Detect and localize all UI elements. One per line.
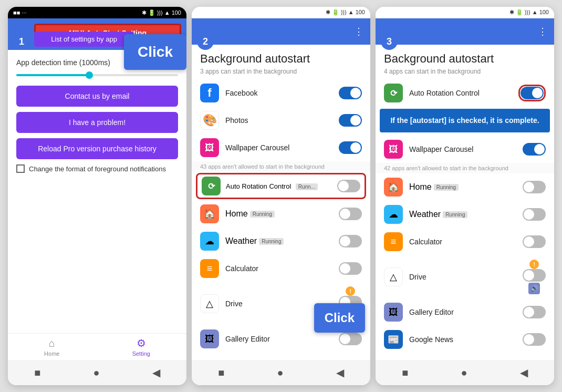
toggle-drive-3[interactable]	[523, 269, 546, 282]
toggle-calc-3[interactable]	[523, 235, 546, 248]
home-button-2[interactable]: ●	[268, 364, 292, 381]
info-icon-drive-3: !	[529, 260, 539, 269]
weather-badge-3: Running	[443, 211, 467, 218]
toggle-gallery-3[interactable]	[523, 306, 546, 318]
back-button-3[interactable]: ■	[393, 364, 417, 381]
wallpaper-icon-2: 🖼	[200, 138, 219, 157]
list-item: 📰 Google News	[376, 326, 554, 353]
bottom-bar-2: ■ ● ◀	[192, 360, 370, 385]
status-right: ✱ 🔋 ))) ▲ 100	[142, 9, 181, 16]
phone1-body: App detection time (1000ms) Contact us b…	[8, 50, 186, 333]
nav-home[interactable]: ⌂ Home	[44, 337, 59, 357]
toggle-home-2[interactable]	[339, 208, 362, 220]
toggle-calc-2[interactable]	[339, 262, 362, 275]
app-name-photos: Photos	[225, 116, 332, 125]
nav-setting-label: Setting	[132, 350, 150, 357]
toggle-weather-3[interactable]	[523, 208, 546, 221]
click-label-1: Click	[124, 34, 186, 70]
toggle-wallpaper-2[interactable]	[339, 141, 362, 154]
slider-track[interactable]	[16, 74, 178, 76]
list-item: 🏠 Home Running	[192, 200, 370, 228]
news-name-3: Google News	[409, 335, 516, 344]
bottom-bar-3: ■ ● ◀	[376, 360, 554, 385]
three-dot-menu-3[interactable]: ⋮	[538, 26, 548, 37]
home-badge-3: Running	[434, 184, 459, 191]
gallery-icon-2: 🖼	[200, 329, 219, 348]
phone-2: ✱ 🔋 ))) ▲ 100 2 ⋮ Background autostart 3…	[192, 7, 370, 385]
weather-icon-3: ☁	[384, 205, 403, 224]
home-icon-2: 🏠	[200, 204, 219, 223]
drive-icon-3: △	[384, 267, 403, 286]
calc-name-2: Calculator	[225, 264, 332, 273]
recent-button-1[interactable]: ◀	[144, 364, 169, 381]
list-item: 🖼 Wallpaper Carousel	[192, 134, 370, 161]
wallpaper-icon-3: 🖼	[384, 140, 403, 159]
bg-autostart-title-3: Background autostart	[376, 45, 554, 68]
list-item: ☁ Weather Running	[192, 228, 370, 255]
toggle-news-3[interactable]	[523, 333, 546, 346]
list-item: 🖼 Gallery Editor	[376, 298, 554, 326]
nav-bar-1: ⌂ Home ⚙ Setting	[8, 333, 186, 360]
apps-count-3: 4 apps can start in the background	[376, 68, 554, 79]
calc-icon-3: ≡	[384, 232, 403, 251]
info-icon-drive-2: !	[346, 286, 355, 296]
toggle-photos[interactable]	[339, 114, 362, 127]
arc-row-3: ⟳ Auto Rotation Control	[376, 79, 554, 107]
toggle-arc-3[interactable]	[521, 87, 544, 99]
phone3-content: Background autostart 4 apps can start in…	[376, 45, 554, 360]
photos-icon: 🎨	[200, 111, 219, 130]
recent-button-2[interactable]: ◀	[328, 364, 352, 381]
nav-setting[interactable]: ⚙ Setting	[132, 337, 150, 357]
home-button-3[interactable]: ●	[452, 364, 475, 381]
toggle-arc-2[interactable]	[337, 180, 360, 192]
list-settings-button[interactable]: List of settings by app	[34, 32, 134, 47]
list-item: ≡ Calculator	[192, 255, 370, 282]
app-name-facebook: Facebook	[225, 89, 332, 97]
weather-name-row-3: Weather Running	[409, 210, 516, 219]
list-item: f Facebook	[192, 79, 370, 107]
home-button-1[interactable]: ●	[85, 364, 108, 381]
phone-3: ✱ 🔋 ))) ▲ 100 3 ⋮ Background autostart 4…	[376, 7, 554, 385]
back-button-1[interactable]: ■	[26, 364, 49, 381]
checkbox-row[interactable]: Change the format of foreground notifica…	[16, 164, 178, 173]
recent-button-3[interactable]: ◀	[512, 364, 536, 381]
toggle-home-3[interactable]	[523, 181, 546, 193]
bg-autostart-title-2: Background autostart	[192, 45, 370, 68]
calc-name-3: Calculator	[409, 238, 516, 246]
list-item: △ Drive ! 🔊	[376, 255, 554, 298]
drive-icon-2: △	[200, 294, 219, 313]
phone3-header: 3 ⋮	[376, 18, 554, 45]
problem-button[interactable]: I have a problem!	[16, 112, 178, 133]
checkbox[interactable]	[16, 164, 25, 173]
drive-name-3: Drive	[409, 273, 516, 281]
step-badge-2: 2	[197, 33, 214, 50]
home-icon-3: 🏠	[384, 178, 403, 197]
reload-pro-button[interactable]: Reload Pro version purchase history	[16, 138, 178, 159]
slider-thumb[interactable]	[86, 71, 93, 79]
contact-email-button[interactable]: Contact us by email	[16, 86, 178, 107]
status-right-2: ✱ 🔋 ))) ▲ 100	[326, 9, 365, 16]
back-button-2[interactable]: ■	[210, 364, 233, 381]
weather-icon-2: ☁	[200, 232, 219, 251]
calc-icon-2: ≡	[200, 259, 219, 278]
weather-name-2: Weather	[225, 236, 257, 246]
toggle-facebook[interactable]	[339, 87, 362, 99]
toggle-arc-3-border	[518, 85, 546, 101]
news-icon-3: 📰	[384, 330, 403, 349]
gallery-name-3: Gallery Editor	[409, 308, 516, 316]
list-item: 🎨 Photos	[192, 107, 370, 134]
list-item: 🏠 Home Running	[376, 173, 554, 201]
drive-extras-3: ! 🔊	[523, 260, 546, 294]
step-badge-3: 3	[381, 33, 398, 50]
list-item: ≡ Calculator	[376, 228, 554, 255]
home-name-3: Home	[409, 182, 432, 192]
status-left: ■■ ···	[13, 9, 27, 16]
toggle-wallpaper-3[interactable]	[523, 143, 546, 156]
arc-name-row: Auto Rotation Control Runn...	[226, 181, 332, 191]
toggle-weather-2[interactable]	[339, 235, 362, 247]
list-item: ☁ Weather Running	[376, 201, 554, 228]
gallery-icon-3: 🖼	[384, 303, 403, 322]
divider-2: 43 apps aren't allowed to start in the b…	[192, 161, 370, 172]
three-dot-menu-2[interactable]: ⋮	[354, 26, 364, 37]
toggle-gallery-2[interactable]	[339, 333, 362, 345]
